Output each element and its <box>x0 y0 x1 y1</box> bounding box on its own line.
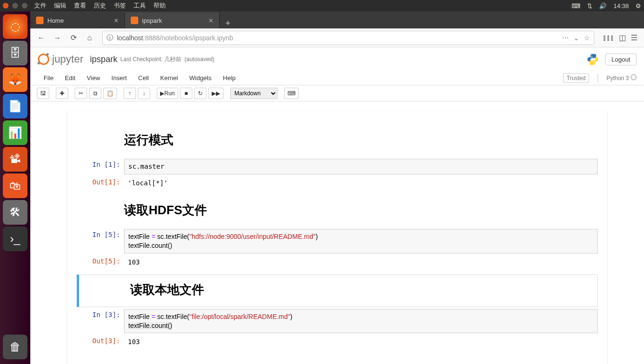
launcher-trash[interactable]: 🗑 <box>3 335 27 359</box>
add-cell-button[interactable]: ✚ <box>56 88 68 99</box>
jp-menu-edit[interactable]: Edit <box>59 73 81 83</box>
command-palette-button[interactable]: ⌨ <box>284 88 299 99</box>
firefox-window: Home ✕ ipspark ✕ + ← → ⟳ ⌂ ⓘ localhost:8… <box>30 11 644 364</box>
out-prompt-1: Out[1]: <box>77 176 124 193</box>
restart-run-button[interactable]: ▶▶ <box>208 88 224 99</box>
move-up-button[interactable]: ↑ <box>124 88 136 99</box>
code-input-3[interactable]: textFile = sc.textFile("file:/opt/local/… <box>124 309 598 334</box>
launcher-software[interactable]: 🛍 <box>3 173 27 198</box>
markdown-cell-2[interactable]: 读取HDFS文件 <box>77 195 598 227</box>
menu-bookmarks[interactable]: 书签 <box>114 1 126 10</box>
jupyter-toolbar: 🖫 ✚ ✂ ⧉ 📋 ↑ ↓ ▶ Run ■ ↻ ▶▶ Markdown ⌨ <box>30 85 644 101</box>
tab-home-close-icon[interactable]: ✕ <box>114 17 119 24</box>
jp-menu-kernel[interactable]: Kernel <box>154 73 184 83</box>
celltype-select[interactable]: Markdown <box>230 88 277 99</box>
launcher-dash[interactable]: ◌ <box>3 14 27 39</box>
menu-help[interactable]: 帮助 <box>153 1 166 10</box>
cut-button[interactable]: ✂ <box>75 88 87 99</box>
kernel-name[interactable]: Python 3 <box>607 74 636 82</box>
tab-ipspark[interactable]: ipspark ✕ <box>125 12 220 28</box>
jp-menu-widgets[interactable]: Widgets <box>184 73 217 83</box>
launcher-files[interactable]: 🗄 <box>3 41 27 65</box>
menu-history[interactable]: 历史 <box>94 1 106 10</box>
jp-menu-insert[interactable]: Insert <box>106 73 133 83</box>
jupyter-logo-text: jupyter <box>52 53 83 65</box>
url-host: localhost <box>117 34 143 42</box>
jp-menu-cell[interactable]: Cell <box>133 73 154 83</box>
code-cell-5[interactable]: In [5]: textFile = sc.textFile("hdfs://n… <box>77 229 598 254</box>
menu-view[interactable]: 查看 <box>74 1 86 10</box>
launcher-settings[interactable]: 🛠 <box>3 200 27 225</box>
output-3: 103 <box>124 335 598 352</box>
tab-home[interactable]: Home ✕ <box>30 12 125 28</box>
url-bar[interactable]: ⓘ localhost:8888/notebooks/ipspark.ipynb… <box>102 31 594 45</box>
nav-toolbar: ← → ⟳ ⌂ ⓘ localhost:8888/notebooks/ipspa… <box>30 28 644 47</box>
app-menu: 文件 编辑 查看 历史 书签 工具 帮助 <box>34 1 166 10</box>
move-down-button[interactable]: ↓ <box>138 88 150 99</box>
out-prompt-5: Out[5]: <box>77 255 124 273</box>
bookmark-star-icon[interactable]: ☆ <box>584 34 590 42</box>
run-button[interactable]: ▶ Run <box>157 88 178 99</box>
jupyter-logo[interactable]: jupyter <box>38 53 83 65</box>
menu-tools[interactable]: 工具 <box>134 1 146 10</box>
python-logo-icon <box>586 53 599 66</box>
more-icon[interactable]: ⋯ <box>562 34 569 42</box>
markdown-cell-1[interactable]: 运行模式 <box>77 125 598 157</box>
code-cell-3[interactable]: In [3]: textFile = sc.textFile("file:/op… <box>77 309 598 334</box>
trusted-indicator[interactable]: Trusted <box>563 73 589 83</box>
code-input-1[interactable]: sc.master <box>124 159 598 174</box>
logout-button[interactable]: Logout <box>605 54 636 65</box>
restart-button[interactable]: ↻ <box>194 88 206 99</box>
back-button[interactable]: ← <box>34 31 48 45</box>
tab-ipspark-close-icon[interactable]: ✕ <box>208 17 214 24</box>
menu-edit[interactable]: 编辑 <box>54 1 66 10</box>
forward-button[interactable]: → <box>50 31 64 45</box>
tab-strip: Home ✕ ipspark ✕ + <box>30 11 644 28</box>
jupyter-menubar: File Edit View Insert Cell Kernel Widget… <box>30 71 644 85</box>
home-button[interactable]: ⌂ <box>82 31 97 45</box>
window-maximize-button[interactable] <box>22 3 27 9</box>
new-tab-button[interactable]: + <box>220 18 236 28</box>
page-content: jupyter ipspark Last Checkpoint: 几秒前 (au… <box>30 47 644 364</box>
jupyter-header: jupyter ipspark Last Checkpoint: 几秒前 (au… <box>30 47 644 71</box>
clock[interactable]: 14:38 <box>613 2 629 9</box>
notebook-name[interactable]: ipspark <box>90 55 117 64</box>
jp-menu-file[interactable]: File <box>38 73 59 83</box>
hamburger-icon[interactable]: ☰ <box>631 33 637 42</box>
launcher-calc[interactable]: 📊 <box>3 120 27 145</box>
volume-icon[interactable]: 🔊 <box>599 2 607 9</box>
code-cell-1[interactable]: In [1]: sc.master <box>77 159 598 174</box>
launcher-writer[interactable]: 📄 <box>3 94 27 118</box>
save-button[interactable]: 🖫 <box>37 88 49 99</box>
svg-point-1 <box>594 63 595 64</box>
menu-file[interactable]: 文件 <box>34 1 46 10</box>
pocket-icon[interactable]: ⌄ <box>573 34 579 42</box>
info-icon[interactable]: ⓘ <box>107 34 113 42</box>
output-1: 'local[*]' <box>124 176 598 193</box>
paste-button[interactable]: 📋 <box>103 88 117 99</box>
gear-icon[interactable]: ⚙ <box>635 2 641 9</box>
keyboard-icon[interactable]: ⌨ <box>572 2 581 9</box>
jp-menu-view[interactable]: View <box>81 73 106 83</box>
interrupt-button[interactable]: ■ <box>180 88 192 99</box>
window-close-button[interactable] <box>3 3 9 9</box>
jp-menu-help[interactable]: Help <box>217 73 242 83</box>
window-minimize-button[interactable] <box>12 3 18 9</box>
checkpoint-text: Last Checkpoint: 几秒前 (autosaved) <box>120 55 215 64</box>
network-icon[interactable]: ⇅ <box>587 2 592 9</box>
launcher-terminal[interactable]: ›_ <box>3 227 27 251</box>
output-cell-1: Out[1]: 'local[*]' <box>77 176 598 193</box>
markdown-cell-3-selected[interactable]: 读取本地文件 <box>77 274 598 307</box>
launcher-impress[interactable]: 📽 <box>3 147 27 172</box>
out-prompt-3: Out[3]: <box>77 335 124 352</box>
output-cell-3: Out[3]: 103 <box>77 335 598 352</box>
jupyter-logo-icon <box>38 54 49 65</box>
window-controls <box>3 3 27 9</box>
library-icon[interactable]: ⫿⫿⫿ <box>603 34 614 42</box>
reload-button[interactable]: ⟳ <box>66 31 80 45</box>
notebook-container: 运行模式 In [1]: sc.master Out[1]: 'local[*]… <box>67 111 607 364</box>
code-input-5[interactable]: textFile = sc.textFile("hdfs://node:9000… <box>124 229 598 254</box>
sidebar-icon[interactable]: ◫ <box>619 33 626 42</box>
launcher-firefox[interactable]: 🦊 <box>3 67 27 92</box>
copy-button[interactable]: ⧉ <box>89 88 101 99</box>
